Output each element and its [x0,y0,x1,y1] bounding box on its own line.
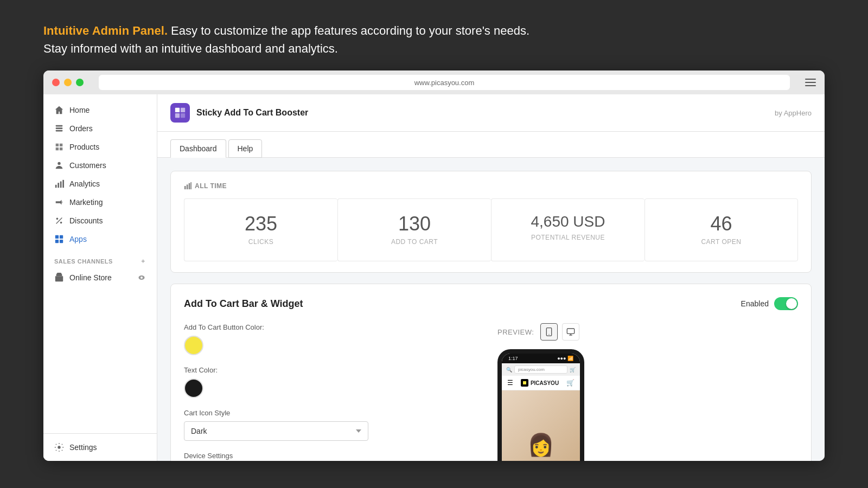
hamburger-icon: ☰ [507,379,513,387]
sidebar-nav-item-analytics[interactable]: Analytics [43,175,157,193]
cart-nav-icon: 🛒 [566,379,575,387]
stat-card-add-to-cart: 130 ADD TO CART [337,198,491,261]
phone-status-bar: 1:17 ●●● 📶 [502,354,580,363]
svg-rect-4 [55,185,57,188]
svg-rect-1 [56,127,63,129]
svg-rect-11 [55,235,59,239]
desktop-preview-button[interactable] [562,323,579,341]
sidebar: Home Orders Products Customers Analytics [43,94,157,461]
tab-help[interactable]: Help [228,139,263,158]
widget-form: Add To Cart Button Color: Text Color: Ca… [184,323,484,461]
app-title: Sticky Add To Cart Booster [196,108,308,118]
mobile-preview-button[interactable] [540,323,558,341]
cart-icon-style-label: Cart Icon Style [184,409,484,417]
preview-icons [540,323,579,341]
stat-card-revenue: 4,650 USD POTENTIAL REVENUE [491,198,644,261]
svg-rect-0 [56,125,63,127]
button-color-swatch[interactable] [184,336,203,355]
phone-url: picasyou.com [514,365,567,374]
apps-icon [54,234,64,244]
stats-grid: 235 CLICKS 130 ADD TO CART 4,650 USD POT… [184,198,798,261]
svg-point-9 [60,222,62,224]
sidebar-nav-item-discounts[interactable]: Discounts [43,211,157,230]
settings-icon [54,442,64,452]
sidebar-nav-item-apps[interactable]: Apps [43,230,157,248]
cart-icon-style-select[interactable]: Dark Light Custom [184,421,368,441]
settings-nav-item[interactable]: Settings [54,439,146,455]
customers-icon [54,160,64,170]
svg-point-28 [549,334,550,335]
browser-menu-button[interactable] [805,79,816,86]
preview-label: PREVIEW: [497,328,534,336]
phone-nav-bar: ☰ PICASYOU 🛒 [502,376,580,390]
device-settings-label: Device Settings [184,452,484,460]
brand-name: PICASYOU [531,380,559,386]
svg-rect-25 [189,183,190,189]
phone-signal: ●●● 📶 [557,356,573,361]
stat-value-cart-open: 46 [656,214,787,234]
stat-value-revenue: 4,650 USD [502,214,634,229]
svg-rect-7 [62,180,64,188]
enabled-toggle-switch[interactable] [774,297,798,310]
phone-content: 👩 [502,390,580,461]
svg-rect-19 [175,108,180,112]
eye-icon [137,273,146,282]
traffic-light-yellow[interactable] [64,79,72,86]
stats-period-label: ALL TIME [184,182,798,190]
widget-title: Add To Cart Bar & Widget [184,298,303,310]
browser-titlebar: www.picasyou.com [43,70,825,94]
stat-value-add-to-cart: 130 [349,214,480,234]
svg-point-18 [58,446,60,448]
header-description: Easy to customize the app features accor… [168,24,529,37]
home-icon [54,105,64,115]
stat-card-cart-open: 46 CART OPEN [644,198,798,261]
sidebar-nav-item-customers[interactable]: Customers [43,156,157,175]
mobile-icon [545,328,553,336]
tab-dashboard[interactable]: Dashboard [170,139,226,158]
cart-phone-icon: 🛒 [570,367,576,373]
app-by-label: by AppHero [775,109,812,117]
traffic-light-red[interactable] [52,79,60,86]
button-color-label: Add To Cart Button Color: [184,323,484,331]
bar-chart-icon [184,182,192,190]
svg-rect-15 [55,276,63,281]
sidebar-nav-item-home[interactable]: Home [43,101,157,119]
preview-header: PREVIEW: [497,323,798,341]
toggle-knob [786,298,797,309]
add-sales-channel-icon[interactable]: ＋ [140,257,146,265]
svg-rect-26 [190,182,192,189]
nav-tabs: Dashboard Help [157,132,825,158]
button-color-row: Add To Cart Button Color: [184,323,484,355]
sidebar-channel-item-online-store[interactable]: Online Store [43,268,157,287]
stat-name-revenue: POTENTIAL REVENUE [502,234,634,241]
svg-point-3 [58,162,60,165]
analytics-icon [54,179,64,189]
sidebar-nav-item-marketing[interactable]: Marketing [43,193,157,211]
stat-card-clicks: 235 CLICKS [184,198,337,261]
sidebar-nav-item-orders[interactable]: Orders [43,119,157,138]
svg-rect-12 [60,235,63,239]
phone-screen: 1:17 ●●● 📶 🔍 picasyou.com 🛒 [502,354,580,461]
products-icon [54,142,64,152]
brand-badge [521,379,528,387]
enabled-toggle: Enabled [741,297,798,310]
sales-channels-label: SALES CHANNELS ＋ [43,248,157,268]
sidebar-nav-item-products[interactable]: Products [43,138,157,156]
phone-mockup: 1:17 ●●● 📶 🔍 picasyou.com 🛒 [497,349,584,461]
traffic-light-green[interactable] [76,79,84,86]
url-text: www.picasyou.com [414,79,475,87]
text-color-swatch[interactable] [184,378,203,398]
svg-rect-5 [58,183,59,188]
desktop-icon [566,328,575,336]
app-header: Sticky Add To Cart Booster by AppHero [157,94,825,132]
enabled-label: Enabled [741,299,769,308]
svg-rect-20 [181,108,185,112]
url-bar[interactable]: www.picasyou.com [99,75,790,90]
stat-value-clicks: 235 [195,214,327,234]
text-color-label: Text Color: [184,366,484,374]
main-content: Sticky Add To Cart Booster by AppHero Da… [157,94,825,461]
header-highlight: Intuitive Admin Panel. [43,24,168,37]
widget-header: Add To Cart Bar & Widget Enabled [184,297,798,310]
phone-browser-bar: 🔍 picasyou.com 🛒 [502,363,580,376]
svg-rect-21 [175,113,180,118]
